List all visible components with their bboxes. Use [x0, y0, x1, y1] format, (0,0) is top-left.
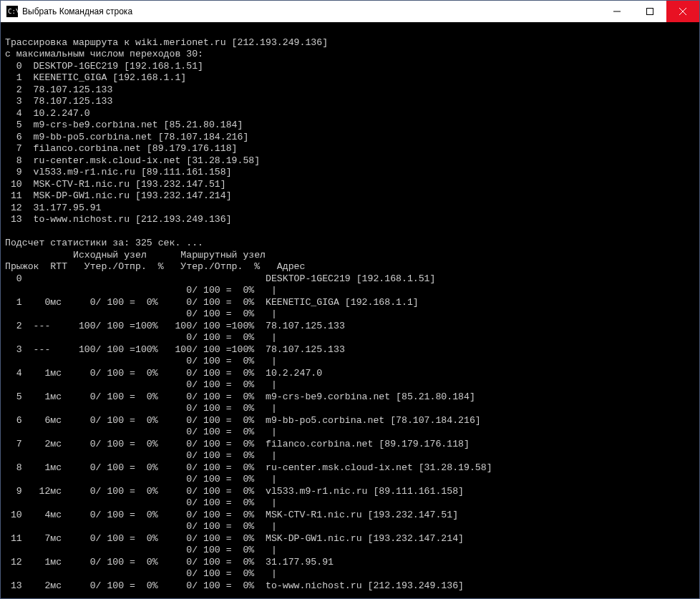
window-controls	[601, 1, 699, 22]
cmd-icon: C:\	[6, 6, 18, 17]
svg-text:C:\: C:\	[8, 8, 18, 15]
minimize-button[interactable]	[601, 1, 633, 22]
terminal-output[interactable]: Трассировка маршрута к wiki.merionet.ru …	[1, 22, 699, 598]
maximize-button[interactable]	[633, 1, 666, 22]
close-button[interactable]	[666, 1, 699, 22]
svg-rect-3	[647, 9, 653, 15]
cmd-window: C:\ Выбрать Командная строка Трассировка…	[0, 0, 700, 599]
window-title: Выбрать Командная строка	[22, 6, 601, 16]
titlebar[interactable]: C:\ Выбрать Командная строка	[1, 1, 699, 22]
